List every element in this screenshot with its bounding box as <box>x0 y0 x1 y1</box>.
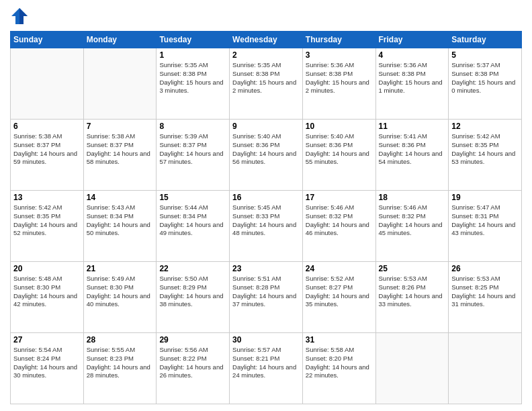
cell-details: Sunrise: 5:47 AMSunset: 8:31 PMDaylight:… <box>451 203 519 238</box>
day-number: 21 <box>87 264 154 273</box>
calendar-cell: 12Sunrise: 5:42 AMSunset: 8:35 PMDayligh… <box>449 120 522 191</box>
day-number: 31 <box>306 335 373 345</box>
calendar-week-row: 1Sunrise: 5:35 AMSunset: 8:38 PMDaylight… <box>11 48 522 120</box>
day-number: 26 <box>451 264 519 273</box>
calendar-cell: 5Sunrise: 5:37 AMSunset: 8:38 PMDaylight… <box>449 48 522 120</box>
day-number: 12 <box>451 122 519 131</box>
calendar-cell <box>11 48 84 120</box>
day-number: 5 <box>451 50 519 60</box>
weekday-header: Sunday <box>11 32 84 48</box>
cell-details: Sunrise: 5:38 AMSunset: 8:37 PMDaylight:… <box>87 132 154 167</box>
weekday-header: Wednesday <box>230 32 303 48</box>
cell-details: Sunrise: 5:49 AMSunset: 8:30 PMDaylight:… <box>87 275 154 309</box>
cell-details: Sunrise: 5:35 AMSunset: 8:38 PMDaylight:… <box>159 61 226 95</box>
calendar-cell: 22Sunrise: 5:50 AMSunset: 8:29 PMDayligh… <box>157 262 230 333</box>
calendar-cell: 21Sunrise: 5:49 AMSunset: 8:30 PMDayligh… <box>83 262 157 333</box>
header <box>10 7 522 26</box>
calendar-cell <box>375 333 449 404</box>
calendar-cell: 6Sunrise: 5:38 AMSunset: 8:37 PMDaylight… <box>11 120 84 191</box>
logo-icon <box>10 7 29 26</box>
day-number: 14 <box>87 193 154 202</box>
page: SundayMondayTuesdayWednesdayThursdayFrid… <box>0 0 532 411</box>
cell-details: Sunrise: 5:51 AMSunset: 8:28 PMDaylight:… <box>232 275 300 309</box>
cell-details: Sunrise: 5:42 AMSunset: 8:35 PMDaylight:… <box>13 203 81 238</box>
day-number: 17 <box>306 193 373 202</box>
cell-details: Sunrise: 5:55 AMSunset: 8:23 PMDaylight:… <box>87 346 154 380</box>
cell-details: Sunrise: 5:38 AMSunset: 8:37 PMDaylight:… <box>13 132 81 167</box>
calendar-cell: 9Sunrise: 5:40 AMSunset: 8:36 PMDaylight… <box>230 120 303 191</box>
day-number: 16 <box>232 193 300 202</box>
cell-details: Sunrise: 5:41 AMSunset: 8:36 PMDaylight:… <box>379 132 446 167</box>
day-number: 2 <box>232 50 300 60</box>
calendar-cell: 1Sunrise: 5:35 AMSunset: 8:38 PMDaylight… <box>157 48 230 120</box>
day-number: 25 <box>379 264 446 273</box>
calendar-cell: 10Sunrise: 5:40 AMSunset: 8:36 PMDayligh… <box>302 120 375 191</box>
weekday-header: Tuesday <box>157 32 230 48</box>
cell-details: Sunrise: 5:54 AMSunset: 8:24 PMDaylight:… <box>13 346 81 380</box>
calendar-cell: 14Sunrise: 5:43 AMSunset: 8:34 PMDayligh… <box>83 191 157 262</box>
day-number: 24 <box>306 264 373 273</box>
cell-details: Sunrise: 5:36 AMSunset: 8:38 PMDaylight:… <box>306 61 373 95</box>
logo <box>10 7 32 26</box>
svg-marker-1 <box>19 8 28 24</box>
day-number: 27 <box>13 335 81 345</box>
day-number: 6 <box>13 122 81 131</box>
cell-details: Sunrise: 5:57 AMSunset: 8:21 PMDaylight:… <box>232 346 300 380</box>
day-number: 9 <box>232 122 300 131</box>
cell-details: Sunrise: 5:53 AMSunset: 8:25 PMDaylight:… <box>451 275 519 309</box>
calendar-cell: 16Sunrise: 5:45 AMSunset: 8:33 PMDayligh… <box>230 191 303 262</box>
cell-details: Sunrise: 5:46 AMSunset: 8:32 PMDaylight:… <box>379 203 446 238</box>
calendar-week-row: 20Sunrise: 5:48 AMSunset: 8:30 PMDayligh… <box>11 262 522 333</box>
cell-details: Sunrise: 5:40 AMSunset: 8:36 PMDaylight:… <box>306 132 373 167</box>
cell-details: Sunrise: 5:58 AMSunset: 8:20 PMDaylight:… <box>306 346 373 380</box>
cell-details: Sunrise: 5:46 AMSunset: 8:32 PMDaylight:… <box>306 203 373 238</box>
calendar-cell: 15Sunrise: 5:44 AMSunset: 8:34 PMDayligh… <box>157 191 230 262</box>
day-number: 19 <box>451 193 519 202</box>
cell-details: Sunrise: 5:40 AMSunset: 8:36 PMDaylight:… <box>232 132 300 167</box>
cell-details: Sunrise: 5:36 AMSunset: 8:38 PMDaylight:… <box>379 61 446 95</box>
day-number: 1 <box>159 50 226 60</box>
day-number: 7 <box>87 122 154 131</box>
calendar-cell: 13Sunrise: 5:42 AMSunset: 8:35 PMDayligh… <box>11 191 84 262</box>
day-number: 29 <box>159 335 226 345</box>
calendar-cell: 31Sunrise: 5:58 AMSunset: 8:20 PMDayligh… <box>302 333 375 404</box>
calendar-cell: 23Sunrise: 5:51 AMSunset: 8:28 PMDayligh… <box>230 262 303 333</box>
day-number: 15 <box>159 193 226 202</box>
calendar-cell: 3Sunrise: 5:36 AMSunset: 8:38 PMDaylight… <box>302 48 375 120</box>
cell-details: Sunrise: 5:43 AMSunset: 8:34 PMDaylight:… <box>87 203 154 238</box>
day-number: 4 <box>379 50 446 60</box>
day-number: 13 <box>13 193 81 202</box>
weekday-header: Saturday <box>449 32 522 48</box>
cell-details: Sunrise: 5:45 AMSunset: 8:33 PMDaylight:… <box>232 203 300 238</box>
weekday-header: Monday <box>83 32 157 48</box>
cell-details: Sunrise: 5:52 AMSunset: 8:27 PMDaylight:… <box>306 275 373 309</box>
calendar-week-row: 6Sunrise: 5:38 AMSunset: 8:37 PMDaylight… <box>11 120 522 191</box>
cell-details: Sunrise: 5:53 AMSunset: 8:26 PMDaylight:… <box>379 275 446 309</box>
calendar-cell: 7Sunrise: 5:38 AMSunset: 8:37 PMDaylight… <box>83 120 157 191</box>
calendar-week-row: 13Sunrise: 5:42 AMSunset: 8:35 PMDayligh… <box>11 191 522 262</box>
calendar-cell: 11Sunrise: 5:41 AMSunset: 8:36 PMDayligh… <box>375 120 449 191</box>
cell-details: Sunrise: 5:42 AMSunset: 8:35 PMDaylight:… <box>451 132 519 167</box>
weekday-header: Thursday <box>302 32 375 48</box>
day-number: 8 <box>159 122 226 131</box>
calendar-header-row: SundayMondayTuesdayWednesdayThursdayFrid… <box>11 32 522 48</box>
calendar-cell: 27Sunrise: 5:54 AMSunset: 8:24 PMDayligh… <box>11 333 84 404</box>
calendar-cell: 26Sunrise: 5:53 AMSunset: 8:25 PMDayligh… <box>449 262 522 333</box>
cell-details: Sunrise: 5:48 AMSunset: 8:30 PMDaylight:… <box>13 275 81 309</box>
calendar-cell: 29Sunrise: 5:56 AMSunset: 8:22 PMDayligh… <box>157 333 230 404</box>
cell-details: Sunrise: 5:50 AMSunset: 8:29 PMDaylight:… <box>159 275 226 309</box>
calendar-cell: 30Sunrise: 5:57 AMSunset: 8:21 PMDayligh… <box>230 333 303 404</box>
cell-details: Sunrise: 5:39 AMSunset: 8:37 PMDaylight:… <box>159 132 226 167</box>
calendar-cell: 25Sunrise: 5:53 AMSunset: 8:26 PMDayligh… <box>375 262 449 333</box>
calendar-week-row: 27Sunrise: 5:54 AMSunset: 8:24 PMDayligh… <box>11 333 522 404</box>
calendar-cell <box>449 333 522 404</box>
calendar-cell: 18Sunrise: 5:46 AMSunset: 8:32 PMDayligh… <box>375 191 449 262</box>
day-number: 22 <box>159 264 226 273</box>
calendar-cell: 4Sunrise: 5:36 AMSunset: 8:38 PMDaylight… <box>375 48 449 120</box>
day-number: 23 <box>232 264 300 273</box>
calendar-cell: 8Sunrise: 5:39 AMSunset: 8:37 PMDaylight… <box>157 120 230 191</box>
day-number: 28 <box>87 335 154 345</box>
calendar-cell: 20Sunrise: 5:48 AMSunset: 8:30 PMDayligh… <box>11 262 84 333</box>
weekday-header: Friday <box>375 32 449 48</box>
calendar-cell <box>83 48 157 120</box>
